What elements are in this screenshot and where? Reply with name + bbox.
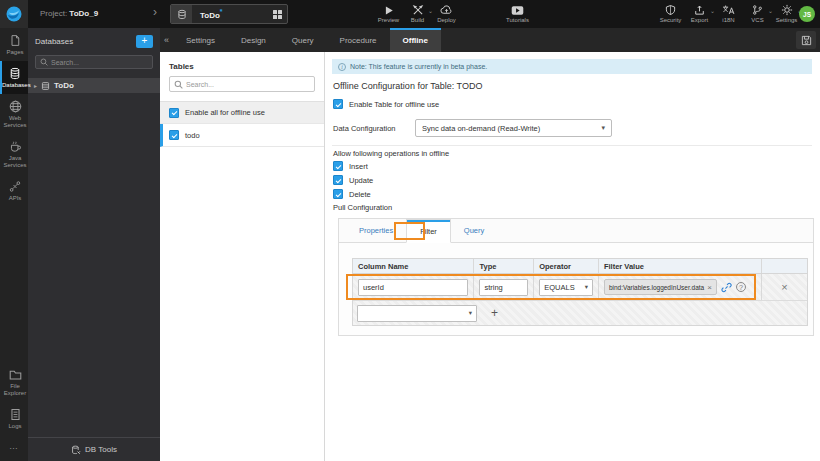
help-icon[interactable]: ? bbox=[736, 282, 746, 292]
entity-tab-label: ToDo* bbox=[192, 8, 267, 20]
pull-tab-properties[interactable]: Properties bbox=[346, 219, 406, 242]
deploy-button[interactable]: Deploy bbox=[432, 3, 461, 23]
i18n-language-icon bbox=[722, 3, 735, 16]
entity-tab-strip: « Settings Design Query Procedure Offlin… bbox=[160, 28, 820, 52]
bind-link-icon[interactable] bbox=[721, 282, 732, 293]
beta-note-banner: i Note: This feature is currently in bet… bbox=[332, 59, 812, 74]
table-row-todo[interactable]: todo bbox=[160, 124, 324, 147]
operation-delete-row[interactable]: Delete bbox=[333, 189, 371, 199]
sidebar-item-logs[interactable]: Logs bbox=[0, 402, 28, 435]
page-title: Offline Configuration for Table: TODO bbox=[333, 81, 482, 91]
pages-label: Pages bbox=[6, 49, 23, 55]
tab-design[interactable]: Design bbox=[228, 28, 279, 52]
db-tools-label: DB Tools bbox=[85, 445, 117, 454]
filter-table-header: Column Name Type Operator Filter Value bbox=[353, 259, 807, 274]
tab-query[interactable]: Query bbox=[279, 28, 327, 52]
add-filter-row: ▾ + bbox=[353, 301, 807, 325]
column-name-input[interactable] bbox=[358, 279, 468, 296]
enable-table-checkbox[interactable] bbox=[333, 99, 343, 109]
tab-settings[interactable]: Settings bbox=[173, 28, 228, 52]
vcs-button[interactable]: VCS ⌄ bbox=[743, 3, 772, 23]
new-column-select[interactable]: ▾ bbox=[357, 305, 477, 322]
data-configuration-select[interactable]: Sync data on-demand (Read-Write) ▾ bbox=[415, 119, 612, 137]
build-button[interactable]: Build ⌄ bbox=[403, 3, 432, 23]
insert-label: Insert bbox=[349, 162, 368, 171]
entity-tab-todo[interactable]: ToDo* bbox=[170, 4, 288, 24]
globe-icon bbox=[9, 100, 22, 113]
entity-name: ToDo bbox=[200, 11, 220, 20]
tab-procedure[interactable]: Procedure bbox=[327, 28, 390, 52]
todo-table-checkbox[interactable] bbox=[169, 130, 179, 140]
delete-checkbox[interactable] bbox=[333, 189, 343, 199]
search-icon bbox=[40, 58, 48, 66]
gear-icon bbox=[781, 3, 793, 16]
database-tree-item-todo[interactable]: ▸ ToDo bbox=[28, 78, 160, 93]
tables-search-input[interactable] bbox=[186, 81, 310, 88]
type-input[interactable] bbox=[479, 279, 528, 296]
operation-insert-row[interactable]: Insert bbox=[333, 161, 368, 171]
build-tools-icon bbox=[412, 3, 424, 16]
sidebar-item-pages[interactable]: Pages bbox=[0, 28, 28, 61]
deploy-label: Deploy bbox=[437, 17, 456, 23]
enable-all-offline-row[interactable]: Enable all for offline use bbox=[160, 101, 324, 124]
offline-config-content: i Note: This feature is currently in bet… bbox=[325, 52, 820, 461]
save-button[interactable] bbox=[796, 31, 816, 49]
play-icon bbox=[384, 3, 394, 16]
chip-remove-icon[interactable]: × bbox=[707, 283, 712, 292]
todo-table-label: todo bbox=[185, 131, 200, 140]
security-label: Security bbox=[660, 17, 682, 23]
database-search-input[interactable] bbox=[51, 59, 148, 66]
search-icon bbox=[174, 80, 183, 89]
enable-table-label: Enable Table for offline use bbox=[349, 100, 439, 109]
update-checkbox[interactable] bbox=[333, 175, 343, 185]
project-label: Project: bbox=[40, 9, 67, 18]
header-filter-value: Filter Value bbox=[599, 259, 762, 273]
enable-all-checkbox[interactable] bbox=[169, 108, 179, 118]
pull-config-tabs: Properties Filter Query bbox=[339, 219, 813, 243]
header-type: Type bbox=[474, 259, 534, 273]
project-breadcrumb: Project: ToDo_9 bbox=[40, 0, 98, 28]
sidebar-item-file-explorer[interactable]: File Explorer bbox=[0, 363, 28, 402]
insert-checkbox[interactable] bbox=[333, 161, 343, 171]
add-database-button[interactable]: + bbox=[136, 35, 153, 48]
java-services-label: Java Services bbox=[3, 155, 26, 168]
database-icon bbox=[9, 67, 21, 80]
sidebar-item-web-services[interactable]: Web Services bbox=[0, 94, 28, 134]
pull-configuration-panel: Properties Filter Query Column Name Type… bbox=[338, 218, 814, 336]
db-tools-button[interactable]: DB Tools bbox=[28, 437, 160, 461]
tutorials-button[interactable]: Tutorials bbox=[503, 3, 532, 23]
header-operator: Operator bbox=[534, 259, 599, 273]
sidebar-item-java-services[interactable]: Java Services bbox=[0, 134, 28, 174]
i18n-button[interactable]: i18N bbox=[714, 3, 743, 23]
sidebar-more-icon[interactable]: … bbox=[0, 435, 28, 461]
dashboard-grid-icon[interactable] bbox=[267, 10, 287, 19]
sidebar-item-apis[interactable]: APIs bbox=[0, 174, 28, 207]
header-column-name: Column Name bbox=[353, 259, 474, 273]
pull-tab-query[interactable]: Query bbox=[451, 219, 497, 242]
tree-expand-icon[interactable]: ▸ bbox=[34, 82, 37, 89]
coffee-cup-icon bbox=[9, 140, 22, 153]
security-button[interactable]: Security bbox=[656, 3, 685, 23]
vcs-label: VCS bbox=[751, 17, 763, 23]
remove-row-icon[interactable]: × bbox=[781, 281, 787, 293]
run-actions: Preview Build ⌄ Deploy bbox=[374, 3, 461, 23]
databases-panel-header: Databases + bbox=[28, 28, 160, 53]
database-icon bbox=[171, 5, 192, 23]
operator-select[interactable]: EQUALS ▾ bbox=[539, 279, 593, 296]
branch-icon bbox=[752, 3, 763, 16]
data-configuration-value: Sync data on-demand (Read-Write) bbox=[422, 124, 540, 133]
app-logo[interactable] bbox=[0, 0, 28, 28]
add-row-icon[interactable]: + bbox=[491, 306, 498, 320]
user-avatar[interactable]: JS bbox=[799, 6, 815, 22]
export-button[interactable]: Export ⌄ bbox=[685, 3, 714, 23]
enable-table-row[interactable]: Enable Table for offline use bbox=[333, 99, 439, 109]
operation-update-row[interactable]: Update bbox=[333, 175, 373, 185]
collapse-panel-icon[interactable]: « bbox=[160, 28, 173, 52]
api-nodes-icon bbox=[9, 180, 21, 193]
preview-button[interactable]: Preview bbox=[374, 3, 403, 23]
sidebar-item-databases[interactable]: Databases bbox=[0, 61, 28, 94]
tab-offline[interactable]: Offline bbox=[390, 28, 441, 52]
settings-button[interactable]: Settings ⌄ bbox=[772, 3, 801, 23]
save-floppy-icon bbox=[801, 35, 812, 46]
pull-tab-filter[interactable]: Filter bbox=[406, 219, 451, 243]
